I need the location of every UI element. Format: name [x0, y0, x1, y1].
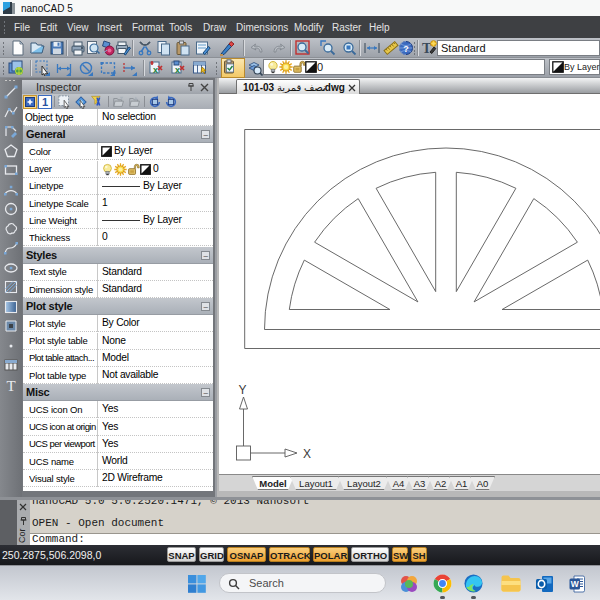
svg-text:?: ? — [403, 44, 409, 54]
svg-text:x: x — [153, 65, 158, 75]
svg-text:x: x — [175, 65, 180, 75]
svg-text:T: T — [6, 377, 15, 393]
svg-text:W: W — [571, 579, 580, 589]
svg-text:1: 1 — [42, 96, 48, 108]
